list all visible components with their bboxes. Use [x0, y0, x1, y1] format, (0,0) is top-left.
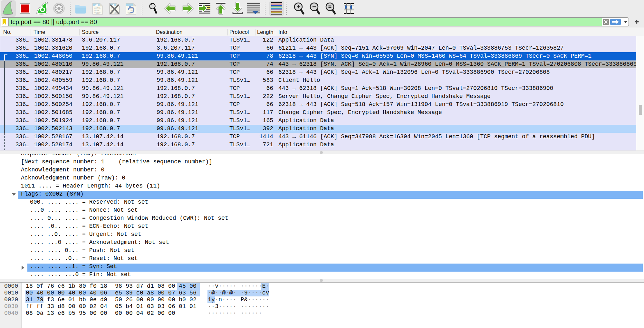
svg-text:01010: 01010 [94, 7, 101, 10]
svg-text:01110: 01110 [94, 12, 101, 14]
svg-text:01101: 01101 [94, 10, 101, 12]
